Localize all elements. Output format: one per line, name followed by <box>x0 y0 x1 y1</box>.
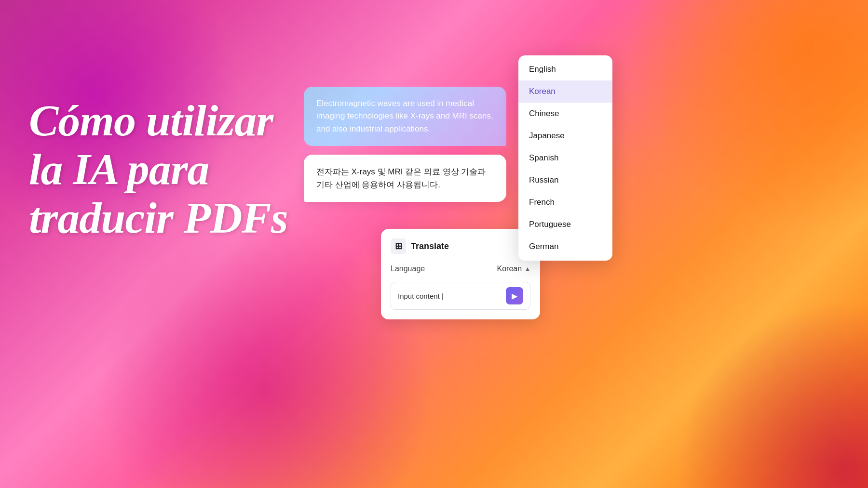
input-row[interactable]: Input content | ▶ <box>391 282 530 310</box>
main-title: Cómo utilizar la IA para traducir PDFs <box>29 96 309 243</box>
language-value[interactable]: Korean ▲ <box>497 264 530 273</box>
translate-icon: ⊞ <box>391 238 406 254</box>
chat-area: Electromagnetic waves are used in medica… <box>304 87 506 211</box>
dropdown-item-portuguese[interactable]: Portuguese <box>518 213 612 236</box>
language-dropdown: EnglishKoreanChineseJapaneseSpanishRussi… <box>518 55 612 261</box>
dropdown-item-korean[interactable]: Korean <box>518 80 612 103</box>
translate-widget: ⊞ Translate Language Korean ▲ Input cont… <box>381 229 540 319</box>
translate-header: ⊞ Translate <box>391 238 530 254</box>
dropdown-item-french[interactable]: French <box>518 191 612 213</box>
chevron-up-icon: ▲ <box>525 265 530 272</box>
send-button[interactable]: ▶ <box>506 287 523 304</box>
input-content-field[interactable]: Input content | <box>398 292 502 300</box>
user-bubble: Electromagnetic waves are used in medica… <box>304 87 506 146</box>
dropdown-item-german[interactable]: German <box>518 236 612 258</box>
language-row[interactable]: Language Korean ▲ <box>391 263 530 275</box>
language-selected: Korean <box>497 264 522 273</box>
dropdown-item-english[interactable]: English <box>518 58 612 80</box>
dropdown-item-spanish[interactable]: Spanish <box>518 147 612 169</box>
dropdown-item-russian[interactable]: Russian <box>518 169 612 191</box>
dropdown-item-japanese[interactable]: Japanese <box>518 125 612 147</box>
language-label: Language <box>391 264 425 273</box>
translate-label: Translate <box>411 241 449 251</box>
response-bubble: 전자파는 X-rays 및 MRI 같은 의료 영상 기술과 기타 산업에 응용… <box>304 155 506 202</box>
dropdown-item-chinese[interactable]: Chinese <box>518 103 612 125</box>
